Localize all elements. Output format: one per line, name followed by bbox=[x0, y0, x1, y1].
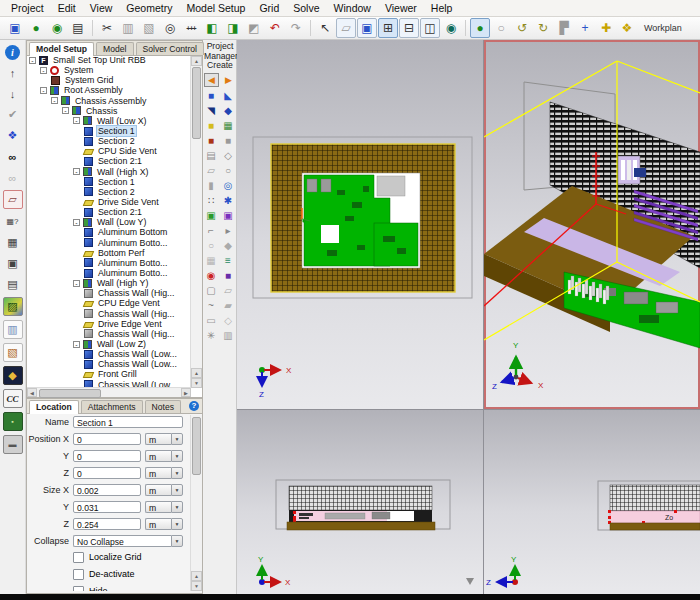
tree-item[interactable]: Aluminum Botto... bbox=[27, 268, 191, 278]
wedge-icon[interactable]: ◣ bbox=[221, 90, 235, 103]
materials-create-icon[interactable]: ▥ bbox=[221, 330, 235, 343]
save-icon[interactable]: ▣ bbox=[5, 18, 25, 38]
snap-corner-icon[interactable]: ▛ bbox=[554, 18, 574, 38]
tree-item[interactable]: CPU Side Vent bbox=[27, 146, 191, 156]
connector-icon[interactable]: ⌐ bbox=[204, 225, 218, 238]
ring-icon[interactable]: ○ bbox=[221, 165, 235, 178]
chevron-down-icon[interactable]: ▼ bbox=[171, 535, 183, 547]
zoom-extents-globe-icon[interactable]: ● bbox=[26, 18, 46, 38]
tree-item[interactable]: Section 1 bbox=[27, 177, 191, 187]
tab-model-setup[interactable]: Model Setup bbox=[29, 42, 94, 56]
tab-location[interactable]: Location bbox=[29, 400, 79, 414]
block-gray-icon[interactable]: ■ bbox=[221, 135, 235, 148]
single-view-icon[interactable]: ▣ bbox=[357, 18, 377, 38]
scroll-thumb[interactable] bbox=[39, 389, 101, 398]
tree-item[interactable]: Aluminum Botto... bbox=[27, 258, 191, 268]
block-yellow-icon[interactable]: ■ bbox=[204, 120, 218, 133]
fan-outline-icon[interactable]: ○ bbox=[204, 240, 218, 253]
menu-solve[interactable]: Solve bbox=[286, 1, 326, 15]
tree-item[interactable]: Chassis Wall (Low... bbox=[27, 349, 191, 359]
tree-item[interactable]: -Wall (Low Y) bbox=[27, 217, 191, 227]
redo-icon[interactable]: ↷ bbox=[286, 18, 306, 38]
inclined-plate-icon[interactable]: ▱ bbox=[204, 165, 218, 178]
copy-icon[interactable]: ▥ bbox=[118, 18, 138, 38]
expander-icon[interactable]: - bbox=[62, 107, 69, 114]
flat-plate-icon[interactable]: ◇ bbox=[221, 315, 235, 328]
expander-icon[interactable]: - bbox=[73, 168, 80, 175]
rotate-cw-icon[interactable]: ↻ bbox=[533, 18, 553, 38]
align-sliders-icon[interactable]: +++ bbox=[181, 18, 201, 38]
tree-item[interactable]: Chassis Wall (Hig... bbox=[27, 329, 191, 339]
help-icon[interactable]: ? bbox=[189, 401, 199, 411]
materials-book-icon[interactable]: ▱ bbox=[3, 190, 23, 209]
pan-icon[interactable]: + bbox=[575, 18, 595, 38]
heatsink-icon[interactable]: ≡ bbox=[221, 255, 235, 268]
props-vertical-scrollbar[interactable]: ▲ ▼ bbox=[190, 415, 202, 591]
mesh-icon[interactable]: ▦ bbox=[204, 255, 218, 268]
menu-project[interactable]: Project bbox=[4, 1, 51, 15]
tree-item[interactable]: Section 2:1 bbox=[27, 207, 191, 217]
object-view-icon[interactable]: ◆ bbox=[3, 366, 23, 385]
menu-help[interactable]: Help bbox=[424, 1, 460, 15]
tree-item[interactable]: Chassis Wall (Hig... bbox=[27, 309, 191, 319]
wireframe-view-icon[interactable]: ∞ bbox=[4, 169, 22, 186]
rotate-ccw-icon[interactable]: ↺ bbox=[512, 18, 532, 38]
expander-icon[interactable]: - bbox=[51, 97, 58, 104]
shaded-view-icon[interactable]: ∞ bbox=[4, 148, 22, 165]
size-x-input[interactable]: 0.002 bbox=[73, 484, 141, 496]
tab-solver-control[interactable]: Solver Control bbox=[136, 42, 204, 55]
package-green-icon[interactable]: ▣ bbox=[204, 210, 218, 223]
name-input[interactable]: Section 1 bbox=[73, 416, 183, 428]
position-x-input[interactable]: 0 bbox=[73, 433, 141, 445]
tree-item[interactable]: Aluminum Botto... bbox=[27, 238, 191, 248]
unit-dropdown-icon[interactable]: ▼ bbox=[171, 433, 183, 445]
de-activate-checkbox[interactable] bbox=[73, 569, 84, 580]
hide-checkbox[interactable] bbox=[73, 586, 84, 592]
expander-icon[interactable]: - bbox=[73, 341, 80, 348]
perf-plate-icon[interactable]: ∷ bbox=[204, 195, 218, 208]
block-purple-icon[interactable]: ■ bbox=[221, 270, 235, 283]
scroll-up-icon[interactable]: ▲ bbox=[191, 368, 202, 378]
scroll-left-icon[interactable]: ◀ bbox=[27, 388, 37, 397]
tree-vertical-scrollbar[interactable]: ▲ ▲ ▼ bbox=[190, 56, 202, 388]
split-horizontal-icon[interactable]: ⊟ bbox=[399, 18, 419, 38]
stack-icon[interactable]: ▰ bbox=[221, 300, 235, 313]
import-summary-icon[interactable]: ↓ bbox=[4, 85, 22, 102]
snapshot-icon[interactable]: ▨ bbox=[3, 297, 23, 316]
tree-item[interactable]: Section 2:1 bbox=[27, 156, 191, 166]
tree-item[interactable]: -Wall (Low Z) bbox=[27, 339, 191, 349]
tree-item[interactable]: Aluminum Bottom bbox=[27, 227, 191, 237]
cc-icon[interactable]: CC bbox=[3, 389, 23, 408]
tree-item[interactable]: -Chassis Assembly bbox=[27, 96, 191, 106]
paste-icon[interactable]: ▧ bbox=[139, 18, 159, 38]
prism-icon[interactable]: ◥ bbox=[204, 105, 218, 118]
point-source-icon[interactable]: ◉ bbox=[204, 270, 218, 283]
tree-item[interactable]: Chassis Wall (Hig... bbox=[27, 288, 191, 298]
tree-item[interactable]: -Root Assembly bbox=[27, 85, 191, 95]
block-icon[interactable]: ■ bbox=[204, 90, 218, 103]
menu-model-setup[interactable]: Model Setup bbox=[179, 1, 252, 15]
fan-icon[interactable]: ✱ bbox=[221, 195, 235, 208]
unit-dropdown-icon[interactable]: ▼ bbox=[171, 484, 183, 496]
expander-icon[interactable]: - bbox=[40, 67, 47, 74]
tree-item[interactable]: Section 2 bbox=[27, 187, 191, 197]
menu-grid[interactable]: Grid bbox=[252, 1, 286, 15]
board-both-icon[interactable]: ◨ bbox=[223, 18, 243, 38]
tree-horizontal-scrollbar[interactable]: ◀ ▶ bbox=[27, 387, 191, 397]
print-icon[interactable]: ▤ bbox=[68, 18, 88, 38]
table-view-icon[interactable]: ▥ bbox=[3, 320, 23, 339]
block-red-icon[interactable]: ■ bbox=[204, 135, 218, 148]
scroll-thumb[interactable] bbox=[192, 67, 201, 139]
undo-icon[interactable]: ↶ bbox=[265, 18, 285, 38]
enclosure-icon[interactable]: ▢ bbox=[204, 285, 218, 298]
scroll-down-icon[interactable]: ▼ bbox=[191, 581, 202, 591]
tree-item[interactable]: Drive Side Vent bbox=[27, 197, 191, 207]
export-summary-icon[interactable]: ↑ bbox=[4, 64, 22, 81]
viewport-isometric-active[interactable]: Y X Z bbox=[484, 40, 700, 409]
unit-dropdown-icon[interactable]: ▼ bbox=[171, 450, 183, 462]
edit-object-icon[interactable]: ▱ bbox=[336, 18, 356, 38]
tree-item[interactable]: -Wall (High X) bbox=[27, 167, 191, 177]
scroll-up-icon[interactable]: ▲ bbox=[191, 56, 202, 66]
menu-edit[interactable]: Edit bbox=[51, 1, 83, 15]
group-diamonds-icon[interactable]: ❖ bbox=[4, 127, 22, 144]
